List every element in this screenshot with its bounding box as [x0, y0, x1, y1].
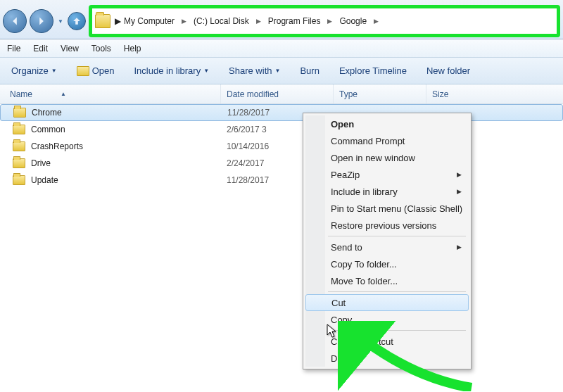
back-button[interactable] — [3, 9, 27, 33]
folder-icon — [13, 125, 25, 134]
file-row[interactable]: Chrome 11/28/2017 — [0, 104, 563, 121]
mouse-cursor-icon — [327, 324, 338, 339]
file-name: Common — [31, 125, 65, 134]
context-open[interactable]: Open — [325, 115, 469, 132]
folder-open-icon — [77, 66, 89, 76]
context-command-prompt[interactable]: Command Prompt — [325, 132, 469, 149]
toolbar-include[interactable]: Include in library▼ — [134, 65, 209, 76]
toolbar-organize[interactable]: Organize▼ — [11, 65, 57, 76]
toolbar-share[interactable]: Share with▼ — [229, 65, 280, 76]
breadcrumb-highlight: ▶ My Computer ▶ (C:) Local Disk ▶ Progra… — [89, 5, 560, 37]
menu-help[interactable]: Help — [124, 44, 141, 53]
column-name[interactable]: Name ▲ — [0, 84, 221, 103]
menu-view[interactable]: View — [61, 44, 79, 53]
breadcrumb-item[interactable]: Google — [336, 15, 369, 27]
file-row[interactable]: Update 11/28/2017 — [0, 172, 563, 189]
column-size[interactable]: Size — [426, 84, 563, 103]
breadcrumb[interactable]: My Computer ▶ (C:) Local Disk ▶ Program … — [121, 15, 554, 27]
menu-separator — [328, 291, 466, 292]
breadcrumb-item[interactable]: (C:) Local Disk — [191, 15, 252, 27]
context-open-new-window[interactable]: Open in new window — [325, 149, 469, 166]
toolbar-newfolder[interactable]: New folder — [426, 65, 470, 76]
menu-bar: File Edit View Tools Help — [0, 39, 563, 58]
context-delete[interactable]: Delete — [325, 350, 469, 367]
column-headers: Name ▲ Date modified Type Size — [0, 84, 563, 104]
breadcrumb-item[interactable]: Program Files — [265, 15, 324, 27]
context-create-shortcut[interactable]: Create shortcut — [325, 333, 469, 350]
file-name: Drive — [31, 158, 51, 168]
menu-separator — [328, 236, 466, 236]
chevron-right-icon[interactable]: ▶ — [371, 18, 381, 25]
column-type[interactable]: Type — [334, 84, 426, 103]
context-pin-start[interactable]: Pin to Start menu (Classic Shell) — [325, 200, 469, 217]
forward-button[interactable] — [30, 9, 53, 33]
submenu-arrow-icon: ▶ — [457, 244, 462, 251]
context-move-to[interactable]: Move To folder... — [325, 272, 469, 289]
file-row[interactable]: Common 2/6/2017 3 — [0, 121, 563, 138]
file-list: Chrome 11/28/2017 Common 2/6/2017 3 Cras… — [0, 104, 563, 189]
file-name: Update — [31, 175, 58, 185]
history-dropdown-icon[interactable]: ▼ — [56, 10, 65, 32]
file-name: CrashReports — [31, 141, 83, 151]
folder-icon — [13, 175, 25, 185]
chevron-down-icon: ▼ — [274, 68, 280, 74]
folder-icon — [13, 141, 25, 151]
context-restore-versions[interactable]: Restore previous versions — [325, 217, 469, 234]
context-peazip[interactable]: PeaZip▶ — [325, 166, 469, 183]
chevron-down-icon: ▼ — [203, 68, 209, 74]
breadcrumb-item[interactable]: My Computer — [121, 15, 177, 27]
chevron-right-icon[interactable]: ▶ — [253, 18, 264, 25]
context-copy[interactable]: Copy — [325, 311, 469, 328]
context-send-to[interactable]: Send to▶ — [325, 239, 469, 255]
menu-tools[interactable]: Tools — [91, 44, 111, 53]
up-button[interactable] — [68, 12, 86, 30]
context-copy-to[interactable]: Copy To folder... — [325, 255, 469, 272]
chevron-right-icon[interactable]: ▶ — [324, 18, 335, 25]
file-row[interactable]: CrashReports 10/14/2016 — [0, 138, 563, 155]
menu-edit[interactable]: Edit — [33, 44, 48, 53]
context-include-library[interactable]: Include in library▶ — [325, 183, 469, 200]
menu-file[interactable]: File — [7, 44, 20, 53]
folder-icon — [95, 14, 110, 28]
toolbar-explore[interactable]: Explore Timeline — [339, 65, 407, 76]
context-cut[interactable]: Cut — [305, 294, 469, 311]
chevron-down-icon: ▼ — [51, 68, 57, 74]
menu-separator — [328, 330, 466, 331]
sort-asc-icon: ▲ — [61, 91, 66, 97]
submenu-arrow-icon: ▶ — [457, 188, 462, 195]
toolbar-open[interactable]: Open — [77, 65, 115, 76]
file-name: Chrome — [32, 108, 62, 118]
file-row[interactable]: Drive 2/24/2017 — [0, 155, 563, 172]
submenu-arrow-icon: ▶ — [457, 171, 462, 178]
chevron-right-icon[interactable]: ▶ — [179, 18, 189, 25]
chevron-right-icon[interactable]: ▶ — [115, 16, 121, 26]
folder-icon — [13, 158, 25, 168]
nav-area: ▼ ▶ My Computer ▶ (C:) Local Disk ▶ Prog… — [0, 0, 563, 39]
column-date[interactable]: Date modified — [221, 84, 334, 103]
toolbar: Organize▼ Open Include in library▼ Share… — [0, 58, 563, 84]
toolbar-burn[interactable]: Burn — [300, 65, 319, 76]
folder-icon — [13, 108, 26, 118]
